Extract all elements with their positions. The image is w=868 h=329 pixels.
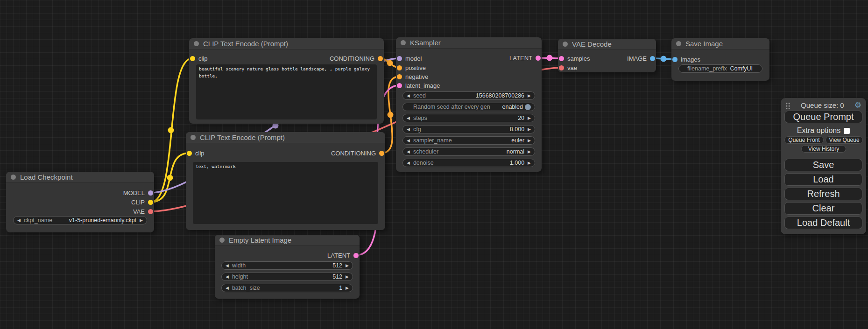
increment-arrow-icon[interactable]: ▶ <box>346 286 349 290</box>
node-empty-latent-image[interactable]: Empty Latent Image LATENT ◀ width 512 ▶ … <box>215 235 360 299</box>
node-load-checkpoint[interactable]: Load Checkpoint MODEL CLIP VAE ◀ ckpt_na… <box>6 172 154 232</box>
cfg-widget[interactable]: ◀ cfg 8.000 ▶ <box>402 125 535 133</box>
queue-prompt-button[interactable]: Queue Prompt <box>784 111 862 123</box>
increment-arrow-icon[interactable]: ▶ <box>528 161 531 165</box>
view-queue-button[interactable]: View Queue <box>826 136 863 144</box>
conditioning-slot-dot[interactable] <box>378 56 383 61</box>
node-clip-text-encode-negative[interactable]: CLIP Text Encode (Prompt) clip CONDITION… <box>186 132 385 230</box>
decrement-arrow-icon[interactable]: ◀ <box>226 275 229 279</box>
decrement-arrow-icon[interactable]: ◀ <box>17 218 21 223</box>
latent-slot-dot[interactable] <box>536 56 541 61</box>
increment-arrow-icon[interactable]: ▶ <box>140 218 143 223</box>
ckpt-name-widget[interactable]: ◀ ckpt_name v1-5-pruned-emaonly.ckpt ▶ <box>13 216 147 224</box>
sampler-name-widget[interactable]: ◀ sampler_name euler ▶ <box>402 136 535 145</box>
decrement-arrow-icon[interactable]: ◀ <box>226 264 229 268</box>
node-collapse-dot-icon[interactable] <box>401 40 406 45</box>
node-title-bar[interactable]: Load Checkpoint <box>6 172 154 183</box>
node-title-bar[interactable]: CLIP Text Encode (Prompt) <box>189 38 384 49</box>
input-slot-vae[interactable]: vae <box>559 64 577 71</box>
decrement-arrow-icon[interactable]: ◀ <box>407 116 410 120</box>
increment-arrow-icon[interactable]: ▶ <box>528 150 531 154</box>
increment-arrow-icon[interactable]: ▶ <box>346 275 349 279</box>
vae-slot-dot[interactable] <box>148 209 153 214</box>
queue-front-button[interactable]: Queue Front <box>784 136 824 144</box>
load-button[interactable]: Load <box>784 173 862 186</box>
node-collapse-dot-icon[interactable] <box>563 42 568 47</box>
input-slot-model[interactable]: model <box>397 55 422 62</box>
output-slot-latent[interactable]: LATENT <box>327 252 359 259</box>
image-slot-dot[interactable] <box>672 57 677 62</box>
node-title-bar[interactable]: Save Image <box>671 38 769 49</box>
node-save-image[interactable]: Save Image images filename_prefix ComfyU… <box>671 38 769 81</box>
prompt-textarea[interactable]: text, watermark <box>193 162 378 224</box>
node-title-bar[interactable]: KSampler <box>396 37 542 49</box>
clear-button[interactable]: Clear <box>784 202 862 215</box>
input-slot-positive[interactable]: positive <box>397 64 426 71</box>
decrement-arrow-icon[interactable]: ◀ <box>407 139 410 143</box>
batch-size-widget[interactable]: ◀ batch_size 1 ▶ <box>221 284 353 292</box>
output-slot-conditioning[interactable]: CONDITIONING <box>330 55 383 62</box>
height-widget[interactable]: ◀ height 512 ▶ <box>221 273 353 281</box>
seed-widget[interactable]: ◀ seed 156680208700286 ▶ <box>402 91 535 100</box>
random-seed-toggle-widget[interactable]: Random seed after every gen enabled <box>402 103 535 111</box>
steps-widget[interactable]: ◀ steps 20 ▶ <box>402 114 535 122</box>
output-slot-image[interactable]: IMAGE <box>627 55 655 62</box>
increment-arrow-icon[interactable]: ▶ <box>346 264 349 268</box>
image-slot-dot[interactable] <box>650 56 655 61</box>
toggle-knob-icon[interactable] <box>525 104 531 110</box>
output-slot-conditioning[interactable]: CONDITIONING <box>331 150 384 156</box>
node-collapse-dot-icon[interactable] <box>676 41 681 46</box>
model-slot-dot[interactable] <box>397 56 402 61</box>
filename-prefix-widget[interactable]: filename_prefix ComfyUI <box>678 64 762 73</box>
prompt-textarea[interactable]: beautiful scenery nature glass bottle la… <box>196 64 377 119</box>
node-graph-canvas[interactable]: Load Checkpoint MODEL CLIP VAE ◀ ckpt_na… <box>0 0 868 329</box>
input-slot-latent-image[interactable]: latent_image <box>397 82 440 89</box>
output-slot-vae[interactable]: VAE <box>133 208 153 215</box>
input-slot-clip[interactable]: clip <box>187 150 205 156</box>
increment-arrow-icon[interactable]: ▶ <box>528 127 531 132</box>
latent-slot-dot[interactable] <box>559 56 564 61</box>
decrement-arrow-icon[interactable]: ◀ <box>226 286 229 290</box>
increment-arrow-icon[interactable]: ▶ <box>528 116 531 120</box>
conditioning-slot-dot[interactable] <box>397 74 402 79</box>
output-slot-model[interactable]: MODEL <box>123 189 153 196</box>
decrement-arrow-icon[interactable]: ◀ <box>407 150 410 154</box>
width-widget[interactable]: ◀ width 512 ▶ <box>221 261 353 270</box>
node-collapse-dot-icon[interactable] <box>219 238 225 243</box>
output-slot-clip[interactable]: CLIP <box>131 199 153 205</box>
node-ksampler[interactable]: KSampler model positive negative latent_… <box>396 37 542 172</box>
save-button[interactable]: Save <box>784 159 862 171</box>
output-slot-latent[interactable]: LATENT <box>509 55 541 61</box>
decrement-arrow-icon[interactable]: ◀ <box>407 127 410 132</box>
input-slot-clip[interactable]: clip <box>190 55 208 62</box>
conditioning-slot-dot[interactable] <box>379 151 384 156</box>
latent-slot-dot[interactable] <box>397 83 402 88</box>
increment-arrow-icon[interactable]: ▶ <box>528 139 531 143</box>
input-slot-negative[interactable]: negative <box>397 73 428 80</box>
denoise-widget[interactable]: ◀ denoise 1.000 ▶ <box>402 159 535 167</box>
view-history-button[interactable]: View History <box>801 145 846 153</box>
gear-icon[interactable]: ⚙ <box>854 101 861 109</box>
node-clip-text-encode-positive[interactable]: CLIP Text Encode (Prompt) clip CONDITION… <box>189 38 384 124</box>
extra-options-checkbox[interactable] <box>844 128 850 134</box>
node-title-bar[interactable]: CLIP Text Encode (Prompt) <box>186 132 385 143</box>
load-default-button[interactable]: Load Default <box>784 217 862 229</box>
latent-slot-dot[interactable] <box>353 253 359 258</box>
vae-slot-dot[interactable] <box>559 65 564 70</box>
decrement-arrow-icon[interactable]: ◀ <box>407 94 410 98</box>
input-slot-samples[interactable]: samples <box>559 55 590 62</box>
node-vae-decode[interactable]: VAE Decode samples vae IMAGE <box>558 39 656 72</box>
node-collapse-dot-icon[interactable] <box>191 135 196 140</box>
clip-slot-dot[interactable] <box>148 200 153 205</box>
node-title-bar[interactable]: VAE Decode <box>558 39 656 50</box>
node-title-bar[interactable]: Empty Latent Image <box>215 235 360 246</box>
scheduler-widget[interactable]: ◀ scheduler normal ▶ <box>402 147 535 156</box>
node-collapse-dot-icon[interactable] <box>11 175 16 180</box>
clip-slot-dot[interactable] <box>187 151 192 156</box>
clip-slot-dot[interactable] <box>190 56 195 61</box>
model-slot-dot[interactable] <box>148 190 153 196</box>
drag-handle-icon[interactable] <box>785 102 790 109</box>
conditioning-slot-dot[interactable] <box>397 65 402 70</box>
decrement-arrow-icon[interactable]: ◀ <box>407 161 410 165</box>
refresh-button[interactable]: Refresh <box>784 188 862 200</box>
